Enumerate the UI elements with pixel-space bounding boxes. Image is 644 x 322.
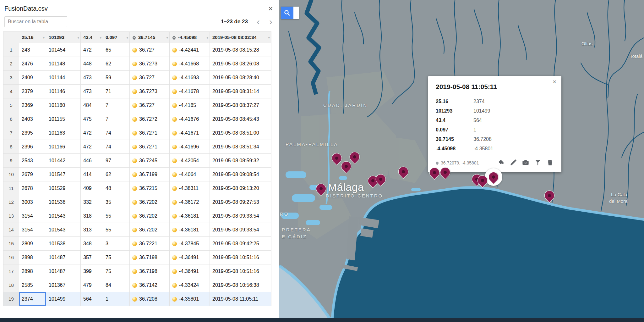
- column-header[interactable]: 43.4▾: [81, 32, 103, 43]
- column-menu-arrow-icon[interactable]: ▾: [126, 35, 128, 39]
- cell[interactable]: 36.7272: [130, 112, 170, 126]
- cell[interactable]: 472: [81, 43, 103, 57]
- cell[interactable]: 3154: [19, 223, 46, 237]
- cell[interactable]: 101454: [46, 43, 81, 57]
- column-menu-arrow-icon[interactable]: ▾: [206, 35, 208, 39]
- cell[interactable]: 101538: [46, 195, 81, 209]
- pagination-prev-icon[interactable]: ‹: [256, 17, 260, 26]
- cell[interactable]: -4.41671: [170, 126, 210, 140]
- cell[interactable]: 357: [81, 251, 103, 264]
- table-row[interactable]: 1728981014873997536.7198-4.364912019-05-…: [3, 264, 271, 278]
- cell[interactable]: 36.7142: [130, 278, 170, 292]
- cell[interactable]: 101146: [46, 85, 81, 98]
- cell[interactable]: 2019-05-08 10:51:16: [210, 264, 271, 278]
- table-row[interactable]: 423791011464737136.7273-4.416782019-05-0…: [3, 85, 271, 98]
- table-search-input[interactable]: [4, 16, 67, 27]
- cell[interactable]: 2809: [19, 237, 46, 251]
- cell[interactable]: 36.7271: [130, 126, 170, 140]
- cell[interactable]: 48: [103, 181, 130, 195]
- cell[interactable]: 36.7198: [130, 264, 170, 278]
- search-box-stub[interactable]: [293, 7, 299, 19]
- cell[interactable]: -4.42441: [170, 43, 210, 57]
- cell[interactable]: 399: [81, 264, 103, 278]
- cell[interactable]: 472: [81, 140, 103, 154]
- cell[interactable]: 473: [81, 85, 103, 98]
- cell[interactable]: 2379: [19, 85, 46, 98]
- cell[interactable]: 71: [103, 85, 130, 98]
- cell[interactable]: 2403: [19, 112, 46, 126]
- column-header[interactable]: 2019-05-08 08:02:34▾: [210, 32, 271, 43]
- cell[interactable]: 101160: [46, 98, 81, 112]
- cell[interactable]: 1: [103, 292, 130, 306]
- cell[interactable]: 36.7215: [130, 181, 170, 195]
- cell[interactable]: -4.37845: [170, 237, 210, 251]
- table-row[interactable]: 192374101499564136.7208-4.358012019-05-0…: [3, 292, 271, 306]
- cell[interactable]: 7: [103, 112, 130, 126]
- table-row[interactable]: 925431014424469736.7245-4.420542019-05-0…: [3, 154, 271, 168]
- cell[interactable]: 2369: [19, 98, 46, 112]
- cell[interactable]: 2395: [19, 126, 46, 140]
- info-close-icon[interactable]: ×: [551, 78, 558, 86]
- cell[interactable]: 55: [103, 209, 130, 223]
- cell[interactable]: -4.41676: [170, 112, 210, 126]
- cell[interactable]: 2019-05-08 08:15:28: [210, 43, 271, 57]
- cell[interactable]: 2019-05-08 08:51:34: [210, 140, 271, 154]
- cell[interactable]: 2019-05-08 08:28:40: [210, 71, 271, 85]
- cell[interactable]: 101163: [46, 126, 81, 140]
- cell[interactable]: 36.7202: [130, 195, 170, 209]
- cell[interactable]: 3154: [19, 209, 46, 223]
- cell[interactable]: 2019-05-08 10:56:38: [210, 278, 271, 292]
- table-row[interactable]: 62403101155475736.7272-4.416762019-05-08…: [3, 112, 271, 126]
- edit-pencil-icon[interactable]: [510, 159, 517, 167]
- cell[interactable]: 36.7221: [130, 237, 170, 251]
- cell[interactable]: 473: [81, 71, 103, 85]
- cell[interactable]: 101367: [46, 278, 81, 292]
- cell[interactable]: 7: [103, 98, 130, 112]
- cell[interactable]: 484: [81, 98, 103, 112]
- cell[interactable]: 2019-05-08 08:37:27: [210, 98, 271, 112]
- cell[interactable]: 2019-05-08 09:13:20: [210, 181, 271, 195]
- table-row[interactable]: 224761011484486236.7273-4.416682019-05-0…: [3, 57, 271, 71]
- cell[interactable]: 2019-05-08 11:05:11: [210, 292, 271, 306]
- table-row[interactable]: 152809101538348336.7221-4.378452019-05-0…: [3, 237, 271, 251]
- cell[interactable]: -4.33424: [170, 278, 210, 292]
- column-header[interactable]: 36.7145▾: [130, 32, 170, 43]
- cell[interactable]: 36.7245: [130, 154, 170, 168]
- close-icon[interactable]: ×: [268, 4, 274, 13]
- cell[interactable]: 36.727: [130, 98, 170, 112]
- cell[interactable]: 2409: [19, 71, 46, 85]
- camera-icon[interactable]: [522, 159, 529, 167]
- cell[interactable]: 446: [81, 154, 103, 168]
- cell[interactable]: 65: [103, 43, 130, 57]
- cell[interactable]: 36.7273: [130, 85, 170, 98]
- cell[interactable]: 2678: [19, 181, 46, 195]
- cell[interactable]: -4.36491: [170, 264, 210, 278]
- cell[interactable]: -4.41696: [170, 140, 210, 154]
- cell[interactable]: 36.7271: [130, 140, 170, 154]
- cell[interactable]: -4.41678: [170, 85, 210, 98]
- column-header[interactable]: 101293▾: [46, 32, 81, 43]
- cell[interactable]: 74: [103, 126, 130, 140]
- search-icon[interactable]: [281, 7, 293, 19]
- table-row[interactable]: 1628981014873577536.7198-4.364912019-05-…: [3, 251, 271, 264]
- cell[interactable]: 409: [81, 181, 103, 195]
- cell[interactable]: 101442: [46, 154, 81, 168]
- cell[interactable]: 101487: [46, 264, 81, 278]
- cell[interactable]: -4.4064: [170, 168, 210, 181]
- cell[interactable]: 101166: [46, 140, 81, 154]
- cell[interactable]: 101529: [46, 181, 81, 195]
- cell[interactable]: 2898: [19, 251, 46, 264]
- column-menu-arrow-icon[interactable]: ▾: [77, 35, 79, 39]
- cell[interactable]: 36.727: [130, 43, 170, 57]
- cell[interactable]: 2019-05-08 08:45:43: [210, 112, 271, 126]
- table-row[interactable]: 52369101160484736.727-4.41652019-05-08 0…: [3, 98, 271, 112]
- cell[interactable]: 2019-05-08 09:08:54: [210, 168, 271, 181]
- cell[interactable]: 2374: [19, 292, 46, 306]
- cell[interactable]: 2019-05-08 08:59:32: [210, 154, 271, 168]
- column-header[interactable]: 0.097▾: [103, 32, 130, 43]
- cell[interactable]: 101487: [46, 251, 81, 264]
- cell[interactable]: 101499: [46, 292, 81, 306]
- table-row[interactable]: 1431541015433135536.7202-4.361812019-05-…: [3, 223, 271, 237]
- table-row[interactable]: 324091011444735936.727-4.416932019-05-08…: [3, 71, 271, 85]
- table-row[interactable]: 723951011634727436.7271-4.416712019-05-0…: [3, 126, 271, 140]
